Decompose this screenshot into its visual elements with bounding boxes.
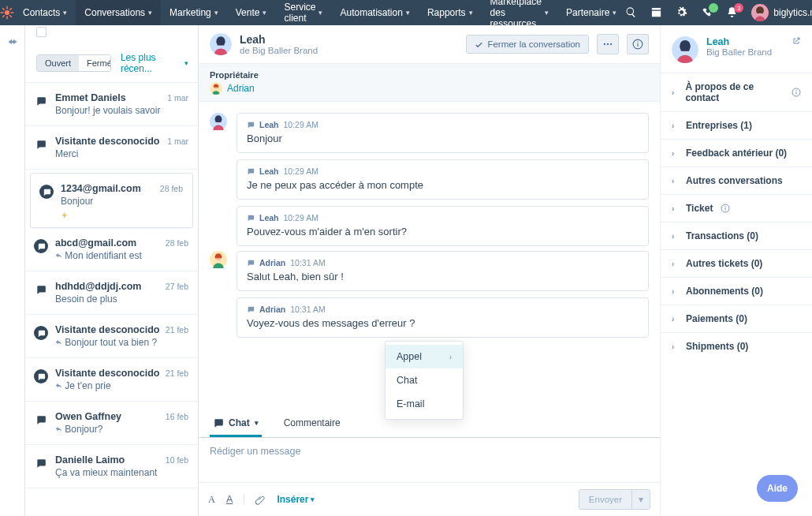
sidebar-section[interactable]: ›Autres conversations	[661, 166, 812, 194]
seg-closed[interactable]: Fermé	[79, 55, 111, 71]
channel-icon	[33, 92, 49, 116]
select-all-checkbox[interactable]	[36, 27, 47, 37]
marketplace-icon[interactable]	[650, 6, 663, 19]
thread-item[interactable]: hdhdd@ddjdj.com27 feb Besoin de plus	[25, 271, 198, 315]
chevron-down-icon: ▾	[263, 9, 266, 17]
inbox-panel: Ouvert Fermé Les plus récen... ▾ Emmet D…	[25, 25, 199, 516]
sidebar-section[interactable]: ›Shipments (0)	[661, 332, 812, 360]
reply-editor[interactable]: Rédiger un message	[199, 438, 660, 482]
contact-avatar	[210, 33, 232, 55]
nav-item-conversations[interactable]: Conversations▾	[76, 0, 161, 25]
nav-item-vente[interactable]: Vente▾	[227, 0, 276, 25]
nav-item-automatisation[interactable]: Automatisation▾	[331, 0, 418, 25]
nav-item-partenaire[interactable]: Partenaire▾	[557, 0, 625, 25]
account-menu[interactable]: biglytics.net ▾	[751, 4, 812, 21]
details-sidebar: Leah Big Baller Brand ›À propos de ce co…	[661, 25, 812, 516]
chevron-down-icon: ▾	[148, 9, 152, 17]
thread-item[interactable]: 1234@gmail.com28 feb Bonjour	[30, 173, 193, 228]
contact-name: Leah	[240, 33, 458, 46]
status-segment: Ouvert Fermé	[36, 54, 111, 72]
chevron-right-icon: ›	[672, 287, 678, 296]
owner-avatar	[210, 82, 222, 95]
sidebar-section[interactable]: ›Feedback antérieur (0)	[661, 139, 812, 166]
chevron-right-icon: ›	[672, 149, 678, 158]
chevron-right-icon: ›	[672, 342, 678, 351]
sidebar-section[interactable]: ›Transactions (0)	[661, 222, 812, 249]
chevron-down-icon: ▾	[318, 9, 322, 17]
tab-comment[interactable]: Commentaire	[281, 409, 344, 437]
open-record-icon[interactable]	[792, 36, 801, 48]
channel-option-call[interactable]: Appel›	[386, 345, 463, 368]
nav-item-service-client[interactable]: Service client▾	[275, 0, 331, 25]
message-group: Leah10:29 AM Bonjour Leah10:29 AM Je ne …	[210, 113, 649, 246]
owner-link[interactable]: Adrian	[227, 83, 255, 94]
close-conversation-button[interactable]: Fermer la conversation	[466, 35, 589, 54]
info-icon	[721, 204, 730, 213]
channel-icon	[33, 324, 49, 348]
sidebar-section[interactable]: ›Entreprises (1)	[661, 111, 812, 139]
hubspot-icon	[247, 121, 255, 129]
contact-company: Big Baller Brand	[706, 47, 772, 57]
hubspot-logo[interactable]	[0, 0, 14, 25]
thread-item[interactable]: Danielle Laimo10 feb Ça va mieux mainten…	[25, 445, 198, 488]
chevron-down-icon: ▾	[184, 59, 188, 67]
sidebar-section[interactable]: ›À propos de ce contact	[661, 73, 812, 111]
tab-chat[interactable]: Chat ▾	[210, 409, 262, 437]
bolt-icon	[61, 210, 69, 218]
chevron-right-icon: ›	[672, 177, 678, 185]
top-nav: Contacts▾Conversations▾Marketing▾Vente▾S…	[0, 0, 812, 25]
owner-label: Propriétaire	[210, 70, 649, 80]
chevron-down-icon: ▾	[63, 9, 67, 17]
channel-icon	[33, 454, 49, 478]
seg-open[interactable]: Ouvert	[37, 55, 79, 71]
more-menu[interactable]	[597, 34, 619, 54]
nav-item-marketing[interactable]: Marketing▾	[161, 0, 227, 25]
font-tool[interactable]: A	[208, 494, 215, 506]
hubspot-icon	[247, 305, 255, 313]
paint-tool[interactable]: A	[226, 494, 233, 505]
nav-item-rapports[interactable]: Rapports▾	[419, 0, 482, 25]
insert-menu[interactable]: Insérer ▾	[277, 494, 315, 505]
sender-avatar	[210, 113, 229, 130]
message-bubble: Adrian10:31 AM Voyez-vous des messages d…	[237, 297, 649, 338]
help-button[interactable]: Aide	[757, 475, 798, 502]
notif-badge: 3	[734, 3, 743, 13]
contact-link[interactable]: Leah	[706, 36, 772, 47]
hubspot-icon	[247, 214, 255, 222]
sidebar-section[interactable]: ›Ticket	[661, 194, 812, 222]
channel-icon	[33, 136, 49, 159]
sidebar-section[interactable]: ›Abonnements (0)	[661, 277, 812, 305]
info-button[interactable]	[627, 34, 649, 54]
hubspot-icon	[247, 259, 255, 267]
search-icon[interactable]	[625, 6, 638, 19]
thread-item[interactable]: Visitante desconocido1 mar Merci	[25, 126, 198, 170]
thread-item[interactable]: Emmet Daniels1 mar Bonjour! je voulais s…	[25, 83, 198, 126]
sort-recent[interactable]: Les plus récen... ▾	[121, 52, 188, 74]
chevron-right-icon: ›	[672, 260, 678, 268]
calling-icon[interactable]	[701, 6, 713, 19]
send-dropdown[interactable]: ▾	[631, 490, 650, 509]
chevron-down-icon: ▾	[545, 9, 549, 17]
notifications-icon[interactable]: 3	[726, 6, 739, 19]
thread-item[interactable]: abcd@gmail.com28 feb Mon identifiant est	[25, 228, 198, 271]
message-group: Adrian10:31 AM Salut Leah, bien sûr ! Ad…	[210, 251, 649, 338]
avatar	[751, 4, 769, 21]
thread-item[interactable]: Owen Gaffney16 feb Bonjour?	[25, 402, 198, 445]
collapse-icon[interactable]	[7, 36, 18, 516]
channel-icon	[33, 368, 49, 391]
chevron-right-icon: ›	[449, 353, 452, 361]
send-button[interactable]: Envoyer ▾	[579, 489, 650, 510]
info-icon	[792, 88, 801, 97]
channel-option-chat[interactable]: Chat	[386, 368, 463, 392]
settings-icon[interactable]	[676, 6, 688, 19]
chevron-right-icon: ›	[672, 232, 678, 241]
thread-item[interactable]: Visitante desconocido21 feb Je t'en prie	[25, 358, 198, 402]
chevron-down-icon: ▾	[613, 9, 616, 17]
sidebar-section[interactable]: ›Paiements (0)	[661, 305, 812, 332]
nav-item-contacts[interactable]: Contacts▾	[14, 0, 76, 25]
attach-tool[interactable]	[255, 495, 266, 505]
sidebar-section[interactable]: ›Autres tickets (0)	[661, 249, 812, 277]
thread-item[interactable]: Visitante desconocido21 feb Bonjour tout…	[25, 315, 198, 358]
nav-item-marketplace-des-ressources[interactable]: Marketplace des ressources▾	[482, 0, 557, 25]
channel-icon	[33, 411, 49, 435]
